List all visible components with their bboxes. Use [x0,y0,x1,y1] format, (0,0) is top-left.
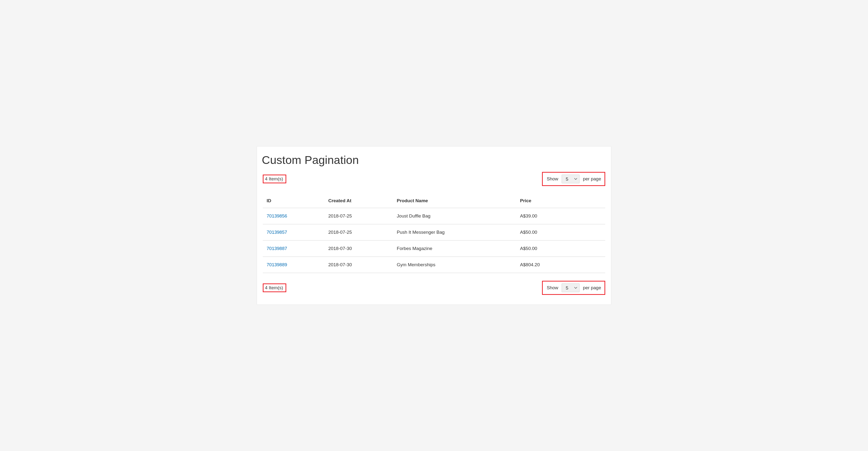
cell-price: A$39.00 [516,208,605,224]
per-page-label: per page [583,176,601,181]
cell-created-at: 2018-07-30 [324,257,393,273]
column-header-id: ID [263,195,324,208]
table-row: 701398572018-07-25Push It Messenger BagA… [263,224,605,241]
page-title: Custom Pagination [262,153,604,167]
show-label: Show [547,285,558,290]
toolbar-top: 4 Item(s) Show 5102050 per page [263,171,605,187]
page-size-select[interactable]: 5102050 [562,283,580,292]
show-label: Show [547,176,558,181]
cell-id: 70139887 [263,241,324,257]
cell-created-at: 2018-07-30 [324,241,393,257]
cell-product-name: Forbes Magazine [393,241,516,257]
cell-price: A$50.00 [516,241,605,257]
column-header-price: Price [516,195,605,208]
column-header-created-at: Created At [324,195,393,208]
item-count: 4 Item(s) [263,175,286,184]
id-link[interactable]: 70139856 [267,214,287,219]
cell-id: 70139856 [263,208,324,224]
cell-product-name: Push It Messenger Bag [393,224,516,241]
table-row: 701398562018-07-25Joust Duffle BagA$39.0… [263,208,605,224]
page-size-select[interactable]: 5102050 [562,175,580,183]
cell-created-at: 2018-07-25 [324,224,393,241]
toolbar-bottom: 4 Item(s) Show 5102050 per page [263,280,605,296]
cell-product-name: Gym Memberships [393,257,516,273]
card: Custom Pagination 4 Item(s) Show 5102050… [257,146,611,305]
cell-price: A$804.20 [516,257,605,273]
page-size-select-wrap: 5102050 [562,283,580,292]
cell-price: A$50.00 [516,224,605,241]
item-count: 4 Item(s) [263,283,286,292]
column-header-product-name: Product Name [393,195,516,208]
per-page-label: per page [583,285,601,290]
page-size-control: Show 5102050 per page [542,172,605,186]
cell-product-name: Joust Duffle Bag [393,208,516,224]
cell-id: 70139889 [263,257,324,273]
id-link[interactable]: 70139889 [267,262,287,267]
table-row: 701398872018-07-30Forbes MagazineA$50.00 [263,241,605,257]
table-body: 701398562018-07-25Joust Duffle BagA$39.0… [263,208,605,273]
page-container: Custom Pagination 4 Item(s) Show 5102050… [250,140,618,311]
page-size-control: Show 5102050 per page [542,281,605,295]
cell-created-at: 2018-07-25 [324,208,393,224]
data-table: ID Created At Product Name Price 7013985… [263,195,605,273]
table-header-row: ID Created At Product Name Price [263,195,605,208]
id-link[interactable]: 70139857 [267,230,287,235]
page-size-select-wrap: 5102050 [562,175,580,183]
table-row: 701398892018-07-30Gym MembershipsA$804.2… [263,257,605,273]
id-link[interactable]: 70139887 [267,246,287,251]
cell-id: 70139857 [263,224,324,241]
